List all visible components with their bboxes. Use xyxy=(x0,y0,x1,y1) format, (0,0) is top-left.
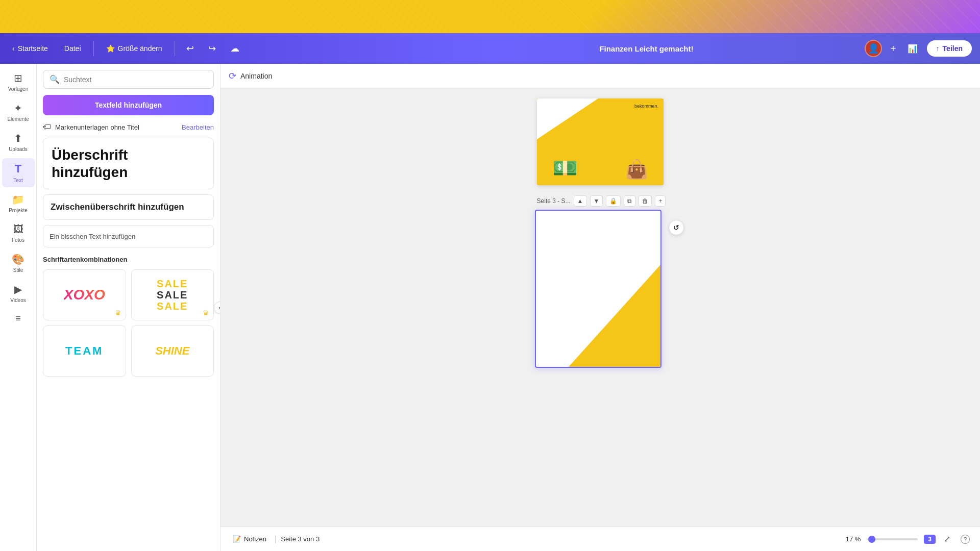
canvas-scroll[interactable]: bekommen. 💵 👜 Seite 3 - S... ▲ ▼ 🔒 ⧉ 🗑 xyxy=(220,88,980,527)
chevron-left-icon: ‹ xyxy=(12,44,15,53)
slide-duplicate-button[interactable]: ⧉ xyxy=(624,195,635,207)
animation-icon: ⟳ xyxy=(229,70,236,82)
add-collaborator-button[interactable]: + xyxy=(888,41,898,57)
brand-label: Markenunterlagen ohne Titel xyxy=(55,123,139,131)
redo-button[interactable]: ↪ xyxy=(205,40,219,57)
uploads-label: Uploads xyxy=(9,146,28,152)
file-label: Datei xyxy=(64,44,81,53)
page-indicator: Seite 3 von 3 xyxy=(281,535,320,543)
add-heading-card[interactable]: Überschrift hinzufügen xyxy=(43,138,214,189)
add-subheading-card[interactable]: Zwischenüberschrift hinzufügen xyxy=(43,194,214,220)
uploads-icon: ⬆ xyxy=(14,132,22,144)
canvas-area: ⟳ Animation bekommen. 💵 👜 Seite xyxy=(220,64,980,551)
resize-button[interactable]: ⭐ Größe ändern xyxy=(102,42,166,55)
font-combo-team[interactable]: TEAM xyxy=(43,325,126,377)
top-decorative-bar xyxy=(0,0,980,33)
main-layout: ⊞ Vorlagen ✦ Elemente ⬆ Uploads T Text 📁… xyxy=(0,64,980,551)
sidebar-item-stile[interactable]: 🎨 Stile xyxy=(2,249,35,277)
slide-lock-button[interactable]: 🔒 xyxy=(606,195,621,207)
brand-edit-button[interactable]: Bearbeiten xyxy=(182,123,214,131)
font-combo-sale[interactable]: SALE SALE SALE ♛ xyxy=(131,269,214,320)
stile-label: Stile xyxy=(13,267,23,273)
add-textfield-button[interactable]: Textfeld hinzufügen xyxy=(43,95,214,115)
add-body-card[interactable]: Ein bisschen Text hinzufügen xyxy=(43,225,214,247)
analytics-button[interactable]: 📊 xyxy=(904,41,921,57)
share-button[interactable]: ↑ Teilen xyxy=(927,40,972,57)
sidebar-item-videos[interactable]: ▶ Videos xyxy=(2,279,35,307)
font-combos-title: Schriftartenkombinationen xyxy=(43,256,214,263)
navbar-left: ‹ Startseite Datei ⭐ Größe ändern ↩ ↪ ☁ xyxy=(8,40,428,57)
xoxo-text: XOXO xyxy=(64,287,105,303)
text-label: Text xyxy=(13,178,22,183)
undo-icon: ↩ xyxy=(186,43,194,54)
search-box[interactable]: 🔍 xyxy=(43,70,214,89)
slide-add-button[interactable]: + xyxy=(655,195,666,207)
undo-button[interactable]: ↩ xyxy=(183,40,197,57)
slide-up-button[interactable]: ▲ xyxy=(574,195,587,207)
body-text: Ein bisschen Text hinzufügen xyxy=(50,233,135,240)
bottom-bar: 📝 Notizen | Seite 3 von 3 17 % 3 ⤢ ? xyxy=(220,527,980,551)
elemente-label: Elemente xyxy=(7,116,29,122)
add-textfield-label: Textfeld hinzufügen xyxy=(95,101,162,109)
slide-3-wrapper: ↺ xyxy=(535,210,666,368)
videos-icon: ▶ xyxy=(14,283,22,295)
bottom-right: 17 % 3 ⤢ ? xyxy=(846,532,972,546)
avatar[interactable]: 👤 xyxy=(865,40,882,57)
slide-2-triangle xyxy=(537,98,598,139)
fullscreen-icon: ⤢ xyxy=(944,535,950,543)
fotos-label: Fotos xyxy=(12,237,24,243)
team-text: TEAM xyxy=(65,344,103,358)
slide-2-text: bekommen. xyxy=(634,104,658,109)
slide-down-button[interactable]: ▼ xyxy=(590,195,603,207)
sidebar-item-projekte[interactable]: 📁 Projekte xyxy=(2,189,35,217)
slide-2-bag-icon: 👜 xyxy=(625,159,648,180)
font-combos-bottom: TEAM SHINE xyxy=(43,325,214,377)
notes-icon: 📝 xyxy=(233,535,241,543)
sidebar-item-pattern[interactable]: ≡ xyxy=(2,309,35,328)
brand-row: 🏷 Markenunterlagen ohne Titel Bearbeiten xyxy=(43,122,214,132)
fotos-icon: 🖼 xyxy=(13,223,23,235)
slide-2-money-icon: 💵 xyxy=(552,156,578,180)
redo-icon: ↪ xyxy=(208,43,216,54)
font-combo-xoxo[interactable]: XOXO ♛ xyxy=(43,269,126,320)
navbar-right: 👤 + 📊 ↑ Teilen xyxy=(865,40,972,57)
resize-label: Größe ändern xyxy=(118,44,162,53)
home-button[interactable]: ‹ Startseite xyxy=(8,42,52,55)
cloud-save-button[interactable]: ☁ xyxy=(227,40,242,57)
fullscreen-button[interactable]: ⤢ xyxy=(942,532,952,546)
notes-label: Notizen xyxy=(244,535,266,543)
home-label: Startseite xyxy=(18,44,48,53)
nav-divider xyxy=(93,41,94,56)
search-input[interactable] xyxy=(64,76,207,84)
nav-divider-2 xyxy=(175,41,175,56)
sale-line-3: SALE xyxy=(157,300,188,312)
sidebar-item-elemente[interactable]: ✦ Elemente xyxy=(2,98,35,126)
brand-icon: 🏷 xyxy=(43,122,51,132)
crown-icon-2: ♛ xyxy=(203,309,209,317)
share-label: Teilen xyxy=(943,44,963,53)
slide-3[interactable] xyxy=(535,210,662,368)
stile-icon: 🎨 xyxy=(12,253,24,265)
animation-label: Animation xyxy=(240,72,272,80)
help-button[interactable]: ? xyxy=(959,532,972,546)
page-badge: 3 xyxy=(924,535,936,544)
sidebar-item-fotos[interactable]: 🖼 Fotos xyxy=(2,219,35,247)
notes-button[interactable]: 📝 Notizen xyxy=(229,533,271,545)
zoom-slider[interactable] xyxy=(867,538,918,540)
slide-delete-button[interactable]: 🗑 xyxy=(639,195,652,207)
sidebar-item-vorlagen[interactable]: ⊞ Vorlagen xyxy=(2,68,35,96)
sidebar-item-uploads[interactable]: ⬆ Uploads xyxy=(2,128,35,156)
left-panel: 🔍 Textfeld hinzufügen 🏷 Markenunterlagen… xyxy=(37,64,220,551)
font-combos-grid: XOXO ♛ SALE SALE SALE ♛ xyxy=(43,269,214,320)
font-combo-shine[interactable]: SHINE xyxy=(131,325,214,377)
file-button[interactable]: Datei xyxy=(60,42,85,55)
refresh-button[interactable]: ↺ xyxy=(669,220,684,235)
slide-2[interactable]: bekommen. 💵 👜 xyxy=(537,98,664,185)
projekte-label: Projekte xyxy=(9,208,28,213)
search-icon: 🔍 xyxy=(50,74,60,84)
sale-line-2: SALE xyxy=(157,289,188,300)
shine-text: SHINE xyxy=(155,344,189,358)
projekte-icon: 📁 xyxy=(12,193,24,206)
sidebar-item-text[interactable]: T Text xyxy=(2,158,35,187)
sale-container: SALE SALE SALE xyxy=(157,278,188,312)
